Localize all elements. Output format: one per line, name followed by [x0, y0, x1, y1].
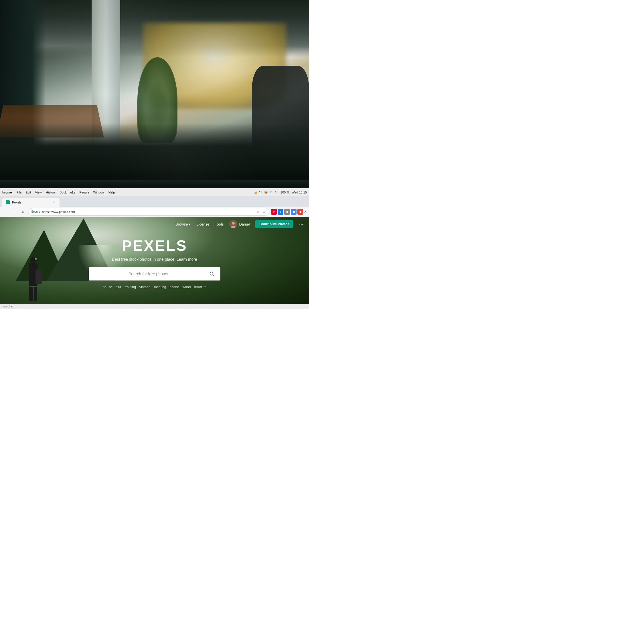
extensions-area: P 1 ◼ ◼ ◼ ✕: [271, 209, 307, 215]
star-icon[interactable]: ☆: [256, 210, 260, 214]
status-text: Searches: [2, 305, 13, 308]
tag-vintage[interactable]: vintage: [139, 285, 151, 290]
tray-icon-2: 🛡: [259, 190, 263, 194]
search-icon[interactable]: [207, 269, 216, 278]
browser-window: hrome File Edit View History Bookmarks P…: [0, 188, 309, 309]
ext-close[interactable]: ✕: [304, 210, 307, 214]
nav-license[interactable]: License: [196, 222, 209, 226]
menu-bar-items: File Edit View History Bookmarks People …: [17, 191, 249, 194]
menu-bookmarks[interactable]: Bookmarks: [60, 191, 75, 194]
tag-meeting[interactable]: meeting: [154, 285, 166, 290]
tab-favicon: [6, 200, 10, 204]
menu-bar: hrome File Edit View History Bookmarks P…: [0, 188, 309, 196]
menu-bar-right: 🔒 🛡 📦 G S 100 % Wed 16:15: [254, 190, 307, 194]
hero-subtitle: Best free stock photos in one place. Lea…: [0, 257, 309, 262]
bg-floor: [0, 123, 309, 180]
menu-help[interactable]: Help: [108, 191, 115, 194]
tag-house[interactable]: house: [103, 285, 112, 290]
active-tab[interactable]: Pexels ✕: [2, 198, 60, 207]
tab-bar: Pexels ✕: [0, 196, 309, 207]
chevron-down-icon: ▾: [189, 222, 191, 226]
url-bar-right: ☆ 🛡: [256, 210, 266, 214]
nav-more-button[interactable]: ···: [299, 221, 303, 227]
reload-button[interactable]: ↻: [19, 208, 26, 215]
search-tags: house blur training vintage meeting phon…: [0, 285, 309, 290]
hero-content: PEXELS Best free stock photos in one pla…: [0, 231, 309, 290]
nav-user[interactable]: Daniel: [229, 220, 250, 228]
battery-label: 100 %: [280, 191, 289, 194]
search-placeholder: Search for free photos...: [93, 272, 207, 276]
search-container: Search for free photos...: [0, 267, 309, 280]
tab-close-button[interactable]: ✕: [52, 200, 56, 205]
tray-icon-1: 🔒: [254, 190, 258, 194]
app-name: hrome: [2, 191, 12, 194]
nav-tools[interactable]: Tools: [215, 222, 224, 226]
dropbox-icon: 📦: [264, 190, 268, 194]
search-bar[interactable]: Search for free photos...: [89, 267, 220, 280]
tag-phone[interactable]: phone: [169, 285, 179, 290]
svg-line-4: [213, 275, 214, 276]
system-tray: 🔒 🛡 📦 G S: [254, 190, 278, 194]
shield-icon[interactable]: 🛡: [262, 210, 266, 214]
chrome-icon: G: [269, 190, 273, 194]
user-avatar: [229, 220, 237, 228]
ext-1password[interactable]: 1: [278, 209, 283, 215]
tag-wood[interactable]: wood: [183, 285, 191, 290]
tag-more[interactable]: more →: [194, 285, 206, 290]
ext-other1[interactable]: ◼: [284, 209, 290, 215]
pexels-site: Browse ▾ License Tools Daniel Cont: [0, 217, 309, 309]
nav-browse[interactable]: Browse ▾: [175, 222, 191, 226]
menu-history[interactable]: History: [46, 191, 56, 194]
monitor-bezel: [0, 180, 309, 189]
menu-view[interactable]: View: [35, 191, 42, 194]
address-bar: ← → ↻ Secure https://www.pexels.com ☆ 🛡 …: [0, 207, 309, 217]
menu-window[interactable]: Window: [93, 191, 104, 194]
ext-pinterest[interactable]: P: [271, 209, 277, 215]
learn-more-link[interactable]: Learn more: [177, 257, 197, 262]
contribute-photos-button[interactable]: Contribute Photos: [255, 220, 293, 228]
menu-edit[interactable]: Edit: [25, 191, 31, 194]
tag-blur[interactable]: blur: [116, 285, 121, 290]
forward-button[interactable]: →: [11, 208, 18, 215]
time-label: Wed 16:15: [292, 191, 307, 194]
tab-title: Pexels: [12, 201, 21, 204]
status-bar: Searches: [0, 304, 309, 309]
secure-label: Secure: [31, 210, 40, 213]
menu-file[interactable]: File: [17, 191, 22, 194]
menu-people[interactable]: People: [79, 191, 89, 194]
pexels-title: PEXELS: [0, 237, 309, 254]
svg-point-1: [232, 222, 235, 225]
pexels-nav: Browse ▾ License Tools Daniel Cont: [0, 217, 309, 231]
user-name: Daniel: [239, 222, 250, 226]
office-photo: [0, 0, 309, 180]
url-text: https://www.pexels.com: [42, 210, 75, 214]
back-button[interactable]: ←: [2, 208, 9, 215]
nav-links: Browse ▾ License Tools Daniel Cont: [175, 220, 303, 228]
ext-other2[interactable]: ◼: [291, 209, 297, 215]
url-bar[interactable]: Secure https://www.pexels.com ☆ 🛡: [28, 208, 269, 216]
ext-other3[interactable]: ◼: [297, 209, 303, 215]
skype-icon: S: [274, 190, 278, 194]
tag-training[interactable]: training: [125, 285, 136, 290]
